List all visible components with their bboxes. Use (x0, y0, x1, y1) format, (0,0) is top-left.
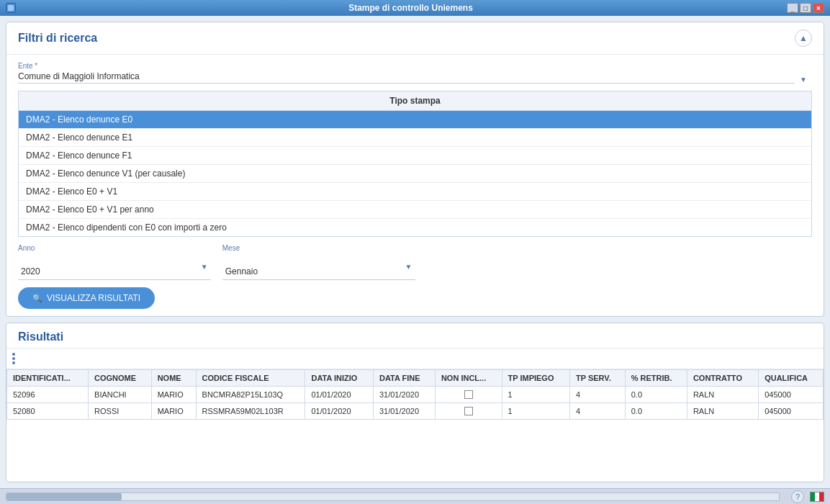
table-column-header: CODICE FISCALE (196, 370, 305, 387)
mese-value: Gennaio (225, 266, 258, 276)
table-cell: 0.0 (625, 387, 687, 403)
tipo-stampa-header: Tipo stampa (18, 91, 812, 111)
ente-label: Ente * (18, 62, 795, 70)
visualizza-results-button[interactable]: 🔍 VISUALIZZA RISULTATI (18, 287, 155, 309)
table-cell (435, 403, 502, 420)
filter-header: Filtri di ricerca ▲ (6, 22, 824, 55)
filter-body: Ente * ▼ Tipo stampa DMA2 - Elenco denun… (6, 55, 824, 316)
results-title: Risultati (6, 323, 824, 348)
table-row[interactable]: 52080ROSSIMARIORSSMRA59M02L103R01/01/202… (7, 403, 824, 420)
anno-select[interactable]: 2020 ▼ (18, 253, 211, 280)
help-button[interactable]: ? (791, 490, 804, 503)
table-cell: 1 (502, 403, 570, 420)
chevron-up-icon: ▲ (799, 33, 808, 43)
table-cell: MARIO (151, 403, 196, 420)
ente-input[interactable] (18, 71, 795, 81)
table-cell: BNCMRA82P15L103Q (196, 387, 305, 403)
table-column-header: TP SERV. (570, 370, 626, 387)
table-column-header: CONTRATTO (687, 370, 758, 387)
table-cell: 01/01/2020 (305, 387, 374, 403)
table-cell: RALN (687, 387, 758, 403)
tipo-stampa-item[interactable]: DMA2 - Elenco denunce E0 (19, 111, 811, 129)
table-column-header: NON INCL... (435, 370, 502, 387)
bottom-bar: ? (0, 488, 830, 504)
table-cell: ROSSI (89, 403, 152, 420)
results-table: IDENTIFICATI...COGNOMENOMECODICE FISCALE… (6, 369, 824, 420)
table-cell: 045000 (759, 403, 824, 420)
table-cell: RSSMRA59M02L103R (196, 403, 305, 420)
table-cell: 4 (570, 387, 626, 403)
table-cell: 0.0 (625, 403, 687, 420)
table-cell: MARIO (151, 387, 196, 403)
ente-field-row: Ente * ▼ (18, 62, 812, 84)
checkbox-icon[interactable] (464, 390, 473, 399)
close-button[interactable]: × (813, 3, 824, 13)
table-column-header: QUALIFICA (759, 370, 824, 387)
table-cell: 045000 (759, 387, 824, 403)
mese-field: Mese Gennaio ▼ (222, 244, 415, 280)
table-column-header: DATA FINE (373, 370, 435, 387)
results-panel: Risultati IDENTIFICATI...COGNOMENOMECODI… (6, 323, 824, 482)
search-icon: 🔍 (32, 294, 42, 303)
table-cell: 4 (570, 403, 626, 420)
visualizza-label: VISUALIZZA RISULTATI (47, 293, 140, 303)
table-cell: 52080 (7, 403, 89, 420)
results-body[interactable]: IDENTIFICATI...COGNOMENOMECODICE FISCALE… (6, 369, 824, 482)
table-cell (435, 387, 502, 403)
main-content: Filtri di ricerca ▲ Ente * ▼ Tipo stampa (0, 16, 830, 488)
tipo-stampa-item[interactable]: DMA2 - Elenco denunce E1 (19, 129, 811, 147)
table-column-header: NOME (151, 370, 196, 387)
maximize-button[interactable]: □ (800, 3, 811, 13)
window-controls[interactable]: _ □ × (787, 3, 824, 13)
anno-arrow-icon: ▼ (201, 263, 208, 271)
title-bar: Stampe di controllo Uniemens _ □ × (0, 0, 830, 16)
tipo-stampa-item[interactable]: DMA2 - Elenco E0 + V1 per anno (19, 201, 811, 219)
filter-panel: Filtri di ricerca ▲ Ente * ▼ Tipo stampa (6, 22, 824, 317)
toolbar-menu-icon[interactable] (12, 351, 27, 366)
minimize-button[interactable]: _ (787, 3, 798, 13)
collapse-button[interactable]: ▲ (795, 30, 812, 47)
tipo-stampa-list[interactable]: DMA2 - Elenco denunce E0DMA2 - Elenco de… (18, 111, 812, 237)
mese-select[interactable]: Gennaio ▼ (222, 253, 415, 280)
ente-input-wrap: Ente * (18, 62, 795, 84)
anno-mese-row: Anno 2020 ▼ Mese Gennaio ▼ (18, 244, 812, 280)
filter-title: Filtri di ricerca (18, 32, 97, 45)
results-toolbar (6, 348, 824, 369)
checkbox-icon[interactable] (464, 407, 473, 415)
tipo-stampa-item[interactable]: DMA2 - Elenco denunce V1 (per causale) (19, 165, 811, 183)
anno-label: Anno (18, 244, 211, 252)
table-column-header: DATA INIZIO (305, 370, 374, 387)
table-column-header: TP IMPIEGO (502, 370, 570, 387)
table-cell: 01/01/2020 (305, 403, 374, 420)
anno-field: Anno 2020 ▼ (18, 244, 211, 280)
ente-dropdown-arrow[interactable]: ▼ (795, 76, 812, 84)
table-column-header: % RETRIB. (625, 370, 687, 387)
tipo-stampa-item[interactable]: DMA2 - Elenco dipendenti con E0 con impo… (19, 219, 811, 237)
language-flag-icon[interactable] (810, 492, 824, 502)
table-cell: RALN (687, 403, 758, 420)
table-cell: 31/01/2020 (373, 387, 435, 403)
table-cell: BIANCHI (89, 387, 152, 403)
horizontal-scrollbar[interactable] (6, 492, 780, 501)
table-cell: 1 (502, 387, 570, 403)
anno-value: 2020 (21, 266, 40, 276)
tipo-stampa-item[interactable]: DMA2 - Elenco denunce F1 (19, 147, 811, 165)
window-title: Stampe di controllo Uniemens (35, 3, 787, 13)
table-cell: 52096 (7, 387, 89, 403)
tipo-stampa-section: Tipo stampa DMA2 - Elenco denunce E0DMA2… (18, 91, 812, 237)
mese-arrow-icon: ▼ (405, 263, 412, 271)
table-column-header: IDENTIFICATI... (7, 370, 89, 387)
tipo-stampa-item[interactable]: DMA2 - Elenco E0 + V1 (19, 183, 811, 201)
table-cell: 31/01/2020 (373, 403, 435, 420)
table-column-header: COGNOME (89, 370, 152, 387)
table-row[interactable]: 52096BIANCHIMARIOBNCMRA82P15L103Q01/01/2… (7, 387, 824, 403)
mese-label: Mese (222, 244, 415, 252)
scrollbar-thumb[interactable] (6, 493, 122, 500)
